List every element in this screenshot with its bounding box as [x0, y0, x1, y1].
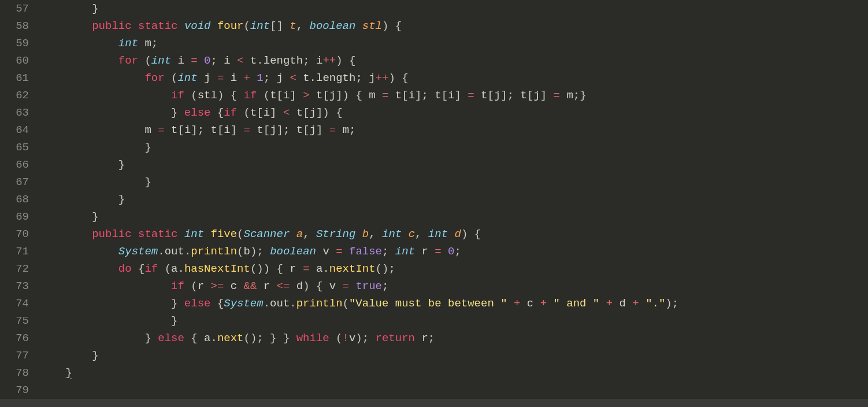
token: r — [264, 280, 270, 293]
token: . — [184, 245, 191, 258]
token: j — [533, 89, 540, 102]
token: [ — [527, 89, 533, 102]
token: 1 — [257, 72, 263, 84]
token: ( — [237, 228, 243, 240]
code-line[interactable]: System.out.println(b); boolean v = false… — [39, 243, 868, 260]
code-line[interactable]: m = t[i]; t[i] = t[j]; t[j] = m; — [39, 121, 868, 139]
code-line[interactable]: } — [39, 364, 868, 382]
token: ( — [158, 262, 171, 275]
token: t — [250, 54, 257, 67]
code-line[interactable]: } else { a.next(); } } while (!v); retur… — [39, 330, 868, 347]
token — [336, 280, 342, 293]
code-line[interactable]: } — [39, 173, 868, 191]
token: stl — [198, 89, 217, 102]
token: length — [264, 54, 303, 67]
code-line[interactable]: } — [39, 0, 868, 17]
token: + — [606, 297, 613, 310]
token: if — [244, 89, 257, 102]
token — [507, 297, 514, 310]
code-line[interactable]: if (stl) { if (t[i] > t[j]) { m = t[i]; … — [39, 87, 868, 104]
token: j — [310, 124, 316, 136]
line-number: 69 — [0, 208, 29, 225]
token: , — [415, 228, 428, 240]
token: c — [527, 297, 533, 310]
token: { — [132, 262, 145, 275]
token: j — [369, 72, 375, 84]
token: [ — [488, 89, 494, 102]
token: ( — [257, 89, 270, 102]
code-line[interactable]: public static int five(Scanner a, String… — [39, 225, 868, 243]
token — [250, 124, 257, 136]
code-line[interactable] — [39, 382, 868, 399]
token: [ — [277, 89, 283, 102]
token: t — [296, 124, 303, 136]
token: if — [144, 262, 158, 275]
token: out — [270, 297, 290, 310]
code-line[interactable]: } — [39, 208, 868, 225]
token — [151, 124, 158, 136]
token: = — [329, 124, 336, 136]
code-line[interactable]: } — [39, 312, 868, 330]
token: < — [237, 54, 243, 67]
token — [310, 89, 316, 102]
token: static — [138, 228, 177, 240]
line-number: 58 — [0, 17, 29, 35]
line-number: 77 — [0, 347, 29, 364]
token: do — [118, 262, 132, 275]
line-number: 65 — [0, 139, 29, 156]
token: static — [138, 20, 177, 32]
token — [415, 245, 421, 258]
token: m — [566, 89, 573, 102]
token — [39, 72, 144, 84]
token: i — [283, 89, 290, 102]
token: ( — [184, 280, 198, 293]
code-line[interactable]: } else {System.out.println("Value must b… — [39, 295, 868, 312]
line-number: 74 — [0, 295, 29, 312]
token — [39, 280, 171, 293]
token: m — [343, 124, 349, 136]
line-number: 60 — [0, 52, 29, 69]
code-line[interactable]: } — [39, 191, 868, 208]
token — [171, 54, 177, 67]
token: j — [310, 106, 316, 119]
token — [132, 20, 138, 32]
token: ] — [540, 89, 554, 102]
line-number: 61 — [0, 69, 29, 87]
code-line[interactable]: if (r >= c && r <= d) { v = true; — [39, 278, 868, 295]
token — [296, 262, 303, 275]
code-editor[interactable]: 5758596061626364656667686970717273747576… — [0, 0, 868, 399]
token: [ — [177, 124, 184, 136]
token: ]; — [415, 89, 435, 102]
token: t — [521, 89, 527, 102]
line-number: 63 — [0, 104, 29, 121]
line-number: 71 — [0, 243, 29, 260]
token: ; — [303, 54, 316, 67]
code-line[interactable]: } — [39, 139, 868, 156]
code-area[interactable]: } public static void four(int[] t, boole… — [34, 0, 868, 399]
code-line[interactable]: for (int j = i + 1; j < t.length; j++) { — [39, 69, 868, 87]
token — [599, 297, 606, 310]
token: j — [329, 89, 336, 102]
code-line[interactable]: do {if (a.hasNextInt()) { r = a.nextInt(… — [39, 260, 868, 278]
token: = — [382, 89, 388, 102]
code-line[interactable]: } else {if (t[i] < t[j]) { — [39, 104, 868, 121]
token: < — [283, 106, 290, 119]
token: ] — [270, 106, 283, 119]
code-line[interactable]: int m; — [39, 35, 868, 52]
code-line[interactable]: public static void four(int[] t, boolean… — [39, 17, 868, 35]
line-number: 67 — [0, 173, 29, 191]
line-number: 68 — [0, 191, 29, 208]
code-line[interactable]: } — [39, 156, 868, 173]
token — [39, 20, 92, 32]
token — [428, 245, 435, 258]
code-line[interactable]: } — [39, 347, 868, 364]
horizontal-scrollbar[interactable] — [0, 399, 868, 407]
token: true — [355, 280, 382, 293]
token: (); } } — [243, 332, 296, 345]
token: if — [171, 280, 184, 293]
token: return — [376, 332, 415, 345]
code-line[interactable]: for (int i = 0; i < t.length; i++) { — [39, 52, 868, 69]
token: j — [270, 124, 276, 136]
token: boolean — [310, 20, 356, 32]
token — [349, 280, 355, 293]
